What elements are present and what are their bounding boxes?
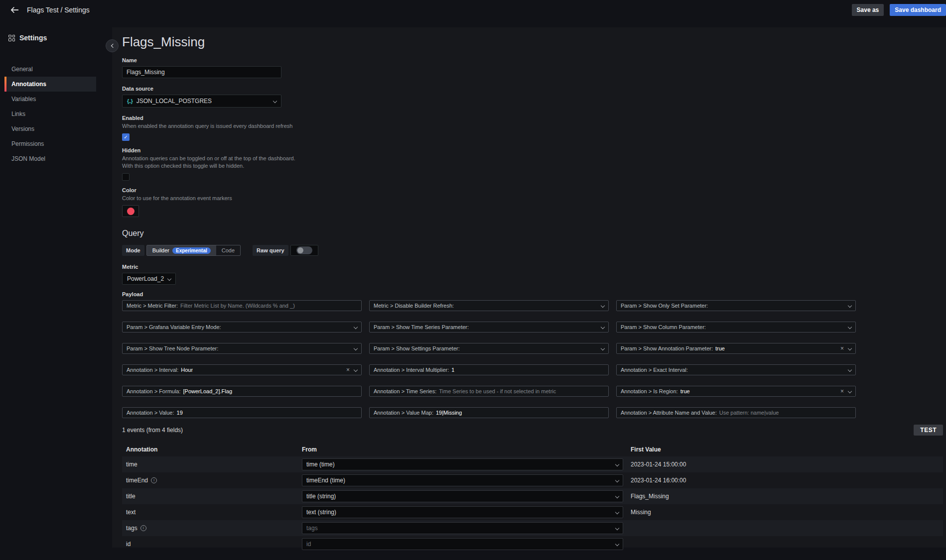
table-header: Annotation From First Value [122, 443, 943, 456]
from-field-value: time (time) [306, 461, 616, 468]
payload-field[interactable]: Annotation > Formula:[PowerLoad_2].Flag [122, 386, 362, 397]
chevron-down-icon [601, 346, 605, 350]
row-annotation-label: id [122, 541, 302, 548]
payload-field[interactable]: Param > Show Tree Node Parameter: [122, 343, 362, 354]
from-field-select[interactable]: text (string) [302, 506, 623, 518]
mode-segment-group: Builder Experimental Code [146, 245, 241, 256]
payload-field-value: [PowerLoad_2].Flag [183, 388, 232, 394]
payload-field[interactable]: Annotation > Attribute Name and Value:Us… [616, 407, 856, 418]
payload-field[interactable]: Param > Show Settings Parameter: [369, 343, 609, 354]
from-field-select[interactable]: timeEnd (time) [302, 474, 623, 486]
payload-field[interactable]: Annotation > Value:19 [122, 407, 362, 418]
payload-field[interactable]: Annotation > Time Series:Time Series to … [369, 386, 609, 397]
raw-query-label: Raw query [253, 245, 288, 256]
payload-field[interactable]: Param > Show Time Series Parameter: [369, 322, 609, 333]
chevron-down-icon [615, 510, 619, 514]
payload-field-icons: × [840, 345, 851, 351]
row-annotation-label: text [122, 509, 302, 516]
sidebar-item-annotations[interactable]: Annotations [4, 77, 96, 92]
chevron-down-icon [273, 99, 277, 103]
save-dashboard-button[interactable]: Save dashboard [890, 4, 946, 16]
payload-field[interactable]: Metric > Metric Filter:Filter Metric Lis… [122, 300, 362, 311]
metric-select[interactable]: PowerLoad_2 [122, 273, 176, 285]
from-field-value: id [306, 541, 616, 548]
row-from-cell: title (string) [302, 490, 627, 502]
mode-code-option[interactable]: Code [216, 245, 240, 255]
from-field-select[interactable]: id [302, 538, 623, 550]
chevron-down-icon [615, 526, 619, 530]
chevron-down-icon [354, 325, 358, 329]
payload-field-icons: × [346, 367, 357, 373]
collapse-sidebar-button[interactable] [106, 39, 119, 52]
payload-field-label: Param > Show Annotation Parameter: [621, 345, 713, 351]
from-field-select[interactable]: tags [302, 522, 623, 534]
sidebar-title: Settings [19, 34, 47, 42]
sidebar-item-general[interactable]: General [4, 62, 96, 77]
payload-field[interactable]: Param > Grafana Variable Entry Mode: [122, 322, 362, 333]
sidebar-item-links[interactable]: Links [4, 107, 96, 121]
payload-label: Payload [122, 291, 943, 297]
hidden-description: Annotation queries can be toggled on or … [122, 155, 307, 170]
payload-field[interactable]: Annotation > Is Region:true× [616, 386, 856, 397]
row-annotation-label: time [122, 461, 302, 468]
sidebar-item-json-model[interactable]: JSON Model [4, 151, 96, 166]
sidebar-item-variables[interactable]: Variables [4, 92, 96, 107]
row-first-value: 2023-01-24 16:00:00 [627, 477, 943, 484]
payload-field-icons [354, 326, 357, 329]
chevron-down-icon [615, 494, 619, 498]
payload-field[interactable]: Param > Show Annotation Parameter:true× [616, 343, 856, 354]
row-annotation-name: title [126, 493, 135, 500]
settings-sidebar: Settings GeneralAnnotationsVariablesLink… [0, 20, 112, 548]
metric-value: PowerLoad_2 [127, 275, 164, 282]
payload-field[interactable]: Annotation > Interval Multiplier:1 [369, 364, 609, 375]
payload-field[interactable]: Metric > Disable Builder Refresh: [369, 300, 609, 311]
from-field-value: text (string) [306, 509, 616, 516]
payload-field-value: true [680, 388, 690, 394]
payload-field[interactable]: Annotation > Value Map:19|Missing [369, 407, 609, 418]
row-from-cell: time (time) [302, 458, 627, 470]
row-annotation-name: timeEnd [126, 477, 148, 484]
back-arrow-icon[interactable] [10, 5, 19, 14]
chevron-down-icon [601, 304, 605, 308]
row-from-cell: tags [302, 522, 627, 534]
enabled-description: When enabled the annotation query is iss… [122, 122, 943, 130]
row-annotation-label: title [122, 493, 302, 500]
datasource-picker[interactable]: {..} JSON_LOCAL_POSTGRES [122, 95, 281, 108]
row-from-cell: text (string) [302, 506, 627, 518]
from-field-select[interactable]: title (string) [302, 490, 623, 502]
raw-query-toggle[interactable] [290, 245, 318, 256]
payload-field[interactable]: Param > Show Column Parameter: [616, 322, 856, 333]
table-row: idid [122, 536, 943, 552]
sidebar-item-versions[interactable]: Versions [4, 121, 96, 136]
table-row: timetime (time)2023-01-24 15:00:00 [122, 456, 943, 472]
mode-builder-option[interactable]: Builder Experimental [147, 245, 216, 255]
from-field-value: timeEnd (time) [306, 477, 616, 484]
chevron-down-icon [848, 368, 852, 372]
payload-field[interactable]: Annotation > Interval:Hour× [122, 364, 362, 375]
chevron-down-icon [615, 542, 619, 546]
save-as-button[interactable]: Save as [852, 4, 884, 16]
clear-icon[interactable]: × [840, 388, 844, 394]
sidebar-item-permissions[interactable]: Permissions [4, 136, 96, 151]
payload-field-icons [354, 347, 357, 350]
clear-icon[interactable]: × [346, 367, 350, 373]
payload-field[interactable]: Annotation > Exact Interval: [616, 364, 856, 375]
chevron-down-icon [167, 277, 171, 281]
hidden-checkbox[interactable] [122, 173, 130, 181]
info-icon: i [151, 477, 157, 483]
name-input[interactable] [122, 66, 281, 78]
column-header-from: From [302, 446, 627, 453]
color-swatch-circle [127, 208, 135, 215]
settings-panel: Flags_Missing Name Data source {..} JSON… [112, 27, 946, 548]
row-annotation-name: id [126, 541, 131, 548]
enabled-checkbox[interactable]: ✓ [122, 133, 130, 141]
payload-field[interactable]: Param > Show Only Set Parameter: [616, 300, 856, 311]
chevron-down-icon [615, 462, 619, 466]
from-field-select[interactable]: time (time) [302, 458, 623, 470]
apps-grid-icon [8, 35, 15, 41]
sidebar-header: Settings [8, 34, 112, 42]
clear-icon[interactable]: × [840, 345, 844, 351]
payload-field-label: Annotation > Value Map: [374, 410, 433, 416]
color-picker-swatch[interactable] [122, 205, 139, 217]
test-button[interactable]: TEST [914, 425, 943, 436]
